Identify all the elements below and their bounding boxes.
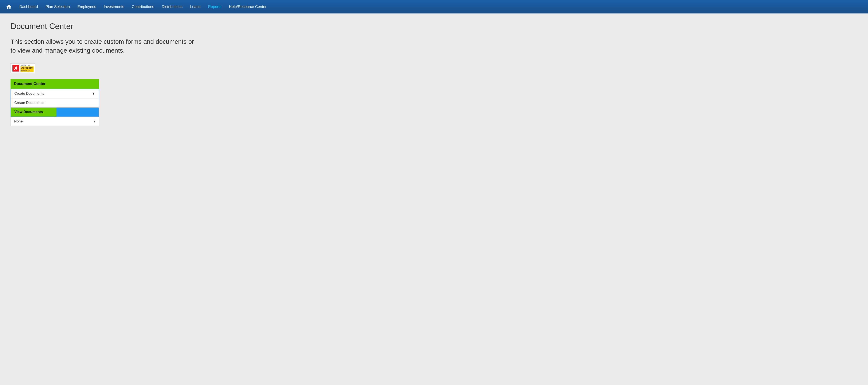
nav-loans[interactable]: Loans: [186, 0, 204, 13]
sub-dropdown-value: None: [11, 117, 99, 126]
nav-distributions[interactable]: Distributions: [158, 0, 186, 13]
doc-center-header: Document Center: [10, 79, 99, 89]
nav-plan-selection[interactable]: Plan Selection: [42, 0, 73, 13]
option-view-documents[interactable]: View Documents: [11, 107, 57, 116]
main-content: Document Center This section allows you …: [0, 13, 868, 385]
nav-dashboard[interactable]: Dashboard: [16, 0, 42, 13]
dropdown-arrow-icon: ▼: [92, 92, 95, 96]
page-title: Document Center: [10, 22, 858, 31]
main-dropdown[interactable]: Create Documents ▼ Create Documents View…: [10, 89, 99, 117]
adobe-text: Adobe Get Acrobat® Reader®: [21, 64, 33, 72]
dropdown-options-list: Create Documents View Documents: [11, 99, 99, 116]
doc-center-container: Document Center Create Documents ▼ Creat…: [10, 79, 99, 126]
adobe-logo[interactable]: A Adobe Get Acrobat® Reader®: [10, 63, 858, 73]
nav-investments[interactable]: Investments: [100, 0, 128, 13]
option-view-documents-row: View Documents: [11, 107, 99, 116]
option-create-documents[interactable]: Create Documents: [11, 99, 99, 107]
adobe-badge[interactable]: A Adobe Get Acrobat® Reader®: [10, 63, 35, 73]
sub-dropdown[interactable]: None ▼: [10, 117, 99, 126]
main-nav: Dashboard Plan Selection Employees Inves…: [0, 0, 868, 13]
adobe-a-icon: A: [12, 65, 19, 72]
nav-help[interactable]: Help/Resource Center: [225, 0, 270, 13]
home-button[interactable]: [4, 2, 13, 11]
option-blue-highlight: [57, 107, 99, 116]
nav-reports[interactable]: Reports: [204, 0, 225, 13]
dropdown-current-value: Create Documents: [14, 92, 44, 96]
dropdown-header-row[interactable]: Create Documents ▼: [11, 89, 99, 99]
nav-employees[interactable]: Employees: [73, 0, 100, 13]
nav-contributions[interactable]: Contributions: [128, 0, 158, 13]
page-description: This section allows you to create custom…: [10, 37, 200, 55]
